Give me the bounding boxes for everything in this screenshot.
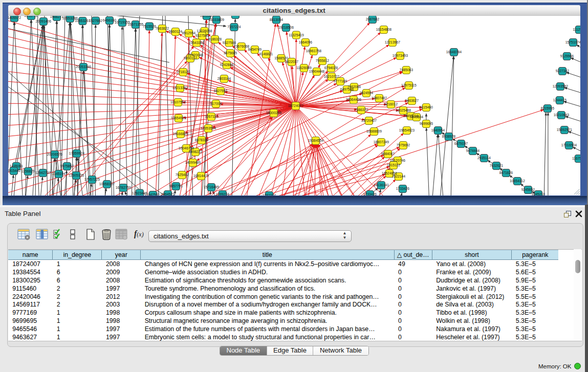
svg-text:10107554: 10107554	[170, 100, 185, 104]
svg-text:9327505: 9327505	[195, 34, 209, 37]
svg-text:9474444: 9474444	[466, 149, 480, 152]
svg-text:17359924: 17359924	[69, 151, 84, 155]
svg-text:6497568: 6497568	[340, 87, 354, 91]
svg-text:9699695: 9699695	[419, 122, 433, 125]
svg-text:6879197: 6879197	[454, 142, 468, 145]
svg-text:9327508: 9327508	[222, 41, 236, 45]
svg-text:12505135: 12505135	[68, 173, 83, 177]
svg-text:18724007: 18724007	[288, 104, 303, 107]
svg-text:15751074: 15751074	[565, 40, 580, 44]
svg-text:2522144: 2522144	[391, 174, 405, 178]
svg-text:1527602: 1527602	[89, 19, 102, 23]
svg-text:7955812: 7955812	[315, 59, 329, 62]
svg-text:11325419: 11325419	[289, 33, 304, 37]
svg-text:9463627: 9463627	[405, 99, 419, 102]
svg-text:10210643: 10210643	[553, 113, 569, 117]
svg-text:1405572: 1405572	[8, 16, 21, 19]
svg-text:15692971: 15692971	[556, 128, 572, 132]
svg-text:17957225: 17957225	[84, 178, 99, 181]
svg-text:10543362: 10543362	[188, 41, 204, 45]
svg-text:8938928: 8938928	[442, 135, 455, 138]
svg-text:16648784: 16648784	[446, 50, 461, 54]
svg-text:9245652: 9245652	[521, 188, 535, 191]
svg-text:16961758: 16961758	[306, 49, 321, 53]
svg-text:1603380: 1603380	[200, 16, 213, 17]
svg-text:2087682: 2087682	[365, 17, 379, 21]
svg-text:8498222: 8498222	[188, 150, 202, 154]
svg-text:1988273: 1988273	[50, 16, 63, 18]
svg-text:7357224: 7357224	[227, 25, 241, 29]
svg-text:15716485: 15716485	[203, 185, 219, 189]
svg-text:20206576: 20206576	[47, 152, 62, 156]
svg-text:7975692: 7975692	[396, 143, 410, 147]
svg-text:14099489: 14099489	[185, 161, 200, 164]
svg-text:14136141: 14136141	[373, 183, 388, 187]
svg-text:16154808: 16154808	[376, 28, 391, 31]
svg-text:17016504: 17016504	[561, 143, 576, 147]
svg-text:18300295: 18300295	[266, 111, 281, 115]
svg-text:16782759: 16782759	[115, 186, 130, 189]
svg-text:12923446: 12923446	[132, 191, 147, 195]
svg-text:1733426: 1733426	[396, 187, 409, 190]
svg-text:7632621: 7632621	[489, 164, 503, 167]
svg-text:3267110: 3267110	[204, 115, 217, 118]
svg-text:2064521: 2064521	[161, 192, 175, 195]
svg-text:9115460: 9115460	[419, 105, 432, 109]
svg-text:20091406: 20091406	[35, 19, 51, 23]
svg-text:1042502: 1042502	[146, 193, 160, 195]
svg-text:10958107: 10958107	[99, 182, 114, 186]
svg-text:12093582: 12093582	[552, 84, 568, 88]
svg-text:16671355: 16671355	[127, 23, 143, 26]
svg-text:3572274: 3572274	[228, 16, 242, 16]
svg-text:10688609: 10688609	[366, 129, 381, 133]
svg-text:1640954: 1640954	[431, 128, 445, 132]
svg-text:917004: 917004	[210, 102, 222, 105]
svg-text:10025488: 10025488	[395, 108, 410, 112]
svg-text:12213967: 12213967	[384, 40, 400, 44]
svg-text:2718120: 2718120	[176, 70, 190, 74]
svg-text:10553267: 10553267	[75, 19, 90, 23]
svg-text:8454749: 8454749	[248, 48, 262, 51]
svg-text:12942737: 12942737	[35, 171, 50, 174]
svg-text:8813054: 8813054	[269, 18, 283, 21]
svg-text:3915442: 3915442	[8, 169, 20, 172]
svg-text:1815112: 1815112	[386, 163, 400, 167]
svg-text:16914479: 16914479	[193, 174, 208, 178]
svg-text:10654112: 10654112	[510, 179, 525, 183]
svg-text:2803144: 2803144	[217, 77, 231, 80]
svg-text:2255712: 2255712	[24, 16, 38, 17]
svg-text:9975857: 9975857	[60, 164, 74, 168]
svg-text:9129966: 9129966	[560, 54, 574, 58]
svg-text:1588520: 1588520	[274, 56, 288, 60]
svg-text:1199234: 1199234	[215, 192, 229, 195]
svg-text:1282344: 1282344	[262, 193, 276, 195]
svg-text:20053346: 20053346	[75, 65, 91, 69]
svg-text:3822037: 3822037	[285, 60, 298, 63]
svg-text:8660124: 8660124	[168, 30, 182, 33]
svg-text:20364436: 20364436	[345, 98, 361, 101]
svg-text:19904448: 19904448	[309, 70, 324, 73]
svg-text:13226058: 13226058	[197, 29, 212, 33]
svg-text:18807249: 18807249	[373, 140, 388, 144]
svg-text:1664096: 1664096	[298, 40, 312, 44]
svg-text:16120746: 16120746	[389, 159, 405, 162]
svg-text:19166825: 19166825	[172, 132, 188, 136]
svg-text:19654923: 19654923	[399, 128, 414, 132]
svg-text:1145194: 1145194	[52, 172, 65, 176]
svg-text:9857791: 9857791	[169, 184, 183, 188]
svg-text:1156829: 1156829	[21, 169, 34, 173]
svg-text:10807487: 10807487	[371, 96, 386, 100]
svg-text:8215955: 8215955	[540, 106, 554, 110]
svg-text:11626089: 11626089	[296, 66, 312, 70]
svg-text:8878334: 8878334	[194, 138, 208, 142]
svg-text:19218506: 19218506	[278, 26, 293, 29]
svg-text:3824554: 3824554	[359, 91, 373, 95]
svg-text:8912954: 8912954	[182, 31, 195, 35]
svg-text:9245210: 9245210	[531, 192, 545, 195]
svg-text:10046758: 10046758	[178, 146, 193, 150]
svg-text:8427552: 8427552	[213, 89, 227, 93]
svg-text:19384554: 19384554	[308, 139, 323, 142]
svg-text:6794028: 6794028	[324, 66, 338, 70]
svg-text:1112954: 1112954	[573, 28, 580, 31]
svg-text:7625402: 7625402	[175, 173, 189, 177]
